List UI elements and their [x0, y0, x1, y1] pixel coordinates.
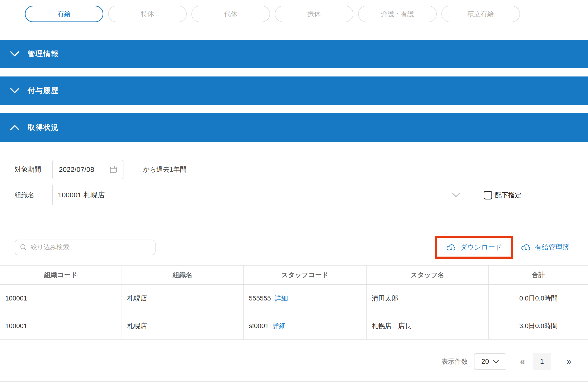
page-size-select[interactable]: 20	[474, 353, 506, 370]
accordion-grant-history[interactable]: 付与履歴	[0, 76, 588, 105]
calendar-icon[interactable]	[109, 165, 118, 174]
section-divider	[0, 382, 588, 382]
pagination-first-button[interactable]: «	[520, 357, 525, 367]
period-label: 対象期間	[0, 165, 52, 174]
accordion-acquisition-status-label: 取得状況	[28, 123, 59, 132]
cell-total: 3.0日0.0時間	[489, 312, 588, 340]
paid-leave-ledger-link[interactable]: 有給管理簿	[521, 243, 569, 252]
accordion-grant-history-label: 付与履歴	[28, 86, 59, 96]
accordion-acquisition-status[interactable]: 取得状況	[0, 113, 588, 142]
paid-leave-ledger-label: 有給管理簿	[535, 243, 569, 252]
organization-select[interactable]: 100001 札幌店	[52, 185, 466, 205]
staff-code-value: 555555	[249, 294, 271, 302]
chevron-down-icon	[10, 86, 19, 95]
tab-accumulated-paid-leave[interactable]: 積立有給	[441, 6, 520, 22]
tab-special-leave[interactable]: 特休	[108, 6, 187, 22]
search-input[interactable]	[31, 244, 144, 251]
cell-staff-name: 札幌店 店長	[366, 312, 489, 340]
chevron-up-icon	[10, 123, 19, 132]
pagination-current-page[interactable]: 1	[533, 353, 551, 370]
page-size-label: 表示件数	[441, 357, 468, 366]
detail-link[interactable]: 詳細	[272, 322, 286, 329]
detail-link[interactable]: 詳細	[275, 294, 288, 302]
tab-care-nursing-leave[interactable]: 介護・看護	[358, 6, 437, 22]
pagination: 表示件数 20 « 1 »	[0, 353, 588, 370]
column-header-org-code: 組織コード	[0, 265, 122, 285]
tab-paid-leave[interactable]: 有給	[25, 6, 103, 22]
organization-row: 組織名 100001 札幌店 配下指定	[0, 185, 588, 205]
table-row: 100001 札幌店 555555詳細 清田太郎 0.0日0.0時間	[0, 285, 588, 312]
table-toolbar: ダウンロード 有給管理簿	[0, 236, 588, 259]
download-button[interactable]: ダウンロード	[435, 236, 513, 259]
subordinate-checkbox[interactable]	[484, 191, 492, 199]
column-header-staff-code: スタッフコード	[243, 265, 366, 285]
column-header-org-name: 組織名	[122, 265, 244, 285]
cell-org-name: 札幌店	[122, 312, 244, 340]
chevron-down-icon	[10, 49, 19, 59]
chevron-down-icon	[452, 193, 460, 197]
page-size-value: 20	[481, 357, 489, 365]
period-suffix-text: から過去1年間	[143, 165, 187, 174]
cell-org-code: 100001	[0, 285, 122, 312]
acquisition-status-table: 組織コード 組織名 スタッフコード スタッフ名 合計 100001 札幌店 55…	[0, 265, 588, 340]
table-header-row: 組織コード 組織名 スタッフコード スタッフ名 合計	[0, 265, 588, 285]
leave-type-tabs: 有給 特休 代休 振休 介護・看護 積立有給	[0, 0, 588, 22]
organization-label: 組織名	[0, 191, 52, 200]
tab-compensatory-leave[interactable]: 代休	[192, 6, 270, 22]
table-row: 100001 札幌店 st0001詳細 札幌店 店長 3.0日0.0時間	[0, 312, 588, 340]
staff-code-value: st0001	[249, 322, 269, 329]
tab-substitute-leave[interactable]: 振休	[275, 6, 353, 22]
column-header-staff-name: スタッフ名	[366, 265, 489, 285]
download-button-label: ダウンロード	[460, 243, 502, 252]
accordion-management-info[interactable]: 管理情報	[0, 40, 588, 68]
cell-org-name: 札幌店	[122, 285, 244, 312]
subordinate-checkbox-label: 配下指定	[495, 191, 522, 200]
cell-staff-code: st0001詳細	[243, 312, 366, 340]
date-value: 2022/07/08	[59, 165, 94, 173]
search-box[interactable]	[15, 240, 156, 255]
cell-staff-name: 清田太郎	[366, 285, 489, 312]
search-icon	[19, 243, 27, 251]
cell-staff-code: 555555詳細	[243, 285, 366, 312]
cloud-download-icon	[521, 243, 531, 252]
cell-total: 0.0日0.0時間	[489, 285, 588, 312]
accordion-management-info-label: 管理情報	[28, 49, 59, 59]
cloud-download-icon	[446, 243, 456, 252]
organization-select-value: 100001 札幌店	[58, 190, 104, 200]
date-input[interactable]: 2022/07/08	[52, 160, 124, 179]
target-period-row: 対象期間 2022/07/08 から過去1年間	[0, 160, 588, 179]
chevron-down-icon	[493, 360, 499, 363]
subordinate-checkbox-group: 配下指定	[484, 191, 522, 200]
cell-org-code: 100001	[0, 312, 122, 340]
pagination-last-button[interactable]: »	[566, 357, 571, 367]
column-header-total: 合計	[489, 265, 588, 285]
